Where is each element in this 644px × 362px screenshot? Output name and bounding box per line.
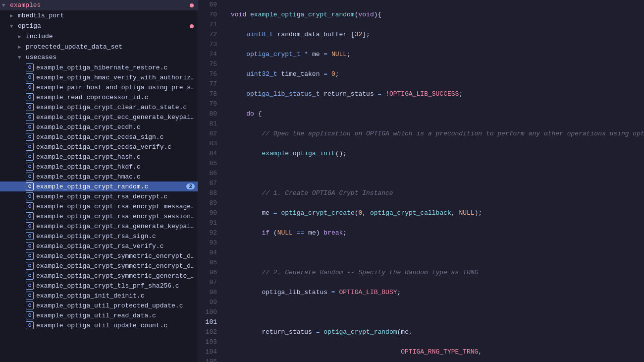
c-icon: C <box>26 173 34 181</box>
c-icon: C <box>26 83 34 91</box>
list-item[interactable]: Cexample_optiga_util_update_count.c <box>0 320 198 330</box>
file-label: example_pair_host_and_optiga_using_pre_s… <box>36 84 198 91</box>
file-label: example_optiga_init_deinit.c <box>36 292 144 300</box>
c-icon: C <box>26 163 34 171</box>
list-item[interactable]: Cexample_optiga_util_protected_update.c <box>0 301 198 310</box>
file-label: example_optiga_crypt_tls_prf_sha256.c <box>36 282 179 290</box>
sidebar-group-label: protected_update_data_set <box>26 43 122 51</box>
c-icon: C <box>26 73 34 81</box>
c-icon: C <box>26 321 34 329</box>
code-body[interactable]: void example_optiga_crypt_random(void){ … <box>223 0 644 362</box>
list-item[interactable]: Cexample_optiga_crypt_ecdsa_sign.c <box>0 132 198 142</box>
list-item[interactable]: Cexample_optiga_util_read_data.c <box>0 310 198 320</box>
file-label: example_optiga_hmac_verify_with_authoriz… <box>36 74 198 81</box>
c-icon: C <box>26 302 34 309</box>
sidebar-group-label: optiga <box>18 22 41 30</box>
sidebar-group-include[interactable]: ▶ include <box>0 31 198 42</box>
list-item[interactable]: Cexample_optiga_crypt_rsa_sign.c <box>0 231 198 241</box>
line-numbers: 69 70 71 72 73 74 75 76 77 78 79 80 81 8… <box>198 0 223 362</box>
list-item[interactable]: Cexample_optiga_crypt_rsa_decrypt.c <box>0 191 198 201</box>
list-item[interactable]: Cexample_optiga_crypt_rsa_encrypt_messag… <box>0 201 198 211</box>
c-icon: C <box>26 133 34 141</box>
sidebar-group-label: usecases <box>26 54 56 61</box>
change-badge: 2 <box>186 183 195 189</box>
sidebar-group-usecases[interactable]: ▼ usecases <box>0 52 198 62</box>
sidebar-group-examples[interactable]: ▼ examples <box>0 0 198 10</box>
c-icon: C <box>26 222 34 230</box>
list-item[interactable]: Cexample_optiga_crypt_clear_auto_state.c <box>0 102 198 112</box>
file-label: example_optiga_crypt_ecdh.c <box>36 123 141 131</box>
sidebar-group-mbedtls[interactable]: ▶ mbedtls_port <box>0 10 198 21</box>
c-icon: C <box>26 232 34 240</box>
file-label: example_optiga_crypt_symmetric_encrypt_d… <box>36 252 198 260</box>
file-label: example_optiga_util_protected_update.c <box>36 302 183 309</box>
c-icon: C <box>26 113 34 121</box>
c-icon: C <box>26 123 34 131</box>
code-editor: 69 70 71 72 73 74 75 76 77 78 79 80 81 8… <box>198 0 644 362</box>
arrow-icon: ▶ <box>18 44 26 50</box>
file-label: example_optiga_util_update_count.c <box>36 322 167 329</box>
file-label: example_optiga_crypt_hash.c <box>36 153 141 161</box>
file-label: example_optiga_crypt_rsa_encrypt_message… <box>36 203 198 210</box>
list-item[interactable]: Cexample_read_coprocessor_id.c <box>0 92 198 102</box>
list-item[interactable]: Cexample_optiga_crypt_hash.c <box>0 152 198 162</box>
list-item[interactable]: Cexample_optiga_crypt_rsa_generate_keypa… <box>0 221 198 231</box>
file-label: example_optiga_crypt_rsa_verify.c <box>36 242 163 250</box>
c-icon: C <box>26 272 34 280</box>
c-icon: C <box>26 143 34 151</box>
c-icon: C <box>26 153 34 161</box>
list-item[interactable]: Cexample_optiga_crypt_symmetric_encrypt_… <box>0 251 198 261</box>
list-item-active[interactable]: C example_optiga_crypt_random.c 2 <box>0 181 198 191</box>
list-item[interactable]: Cexample_optiga_crypt_rsa_verify.c <box>0 241 198 251</box>
c-icon: C <box>26 242 34 250</box>
list-item[interactable]: Cexample_optiga_crypt_rsa_encrypt_sessio… <box>0 211 198 221</box>
arrow-icon: ▶ <box>18 33 26 40</box>
dot-indicator <box>190 3 194 7</box>
file-label: example_optiga_crypt_hkdf.c <box>36 163 141 171</box>
arrow-icon: ▼ <box>18 55 26 60</box>
c-icon: C <box>26 262 34 270</box>
file-label: example_optiga_crypt_ecdsa_sign.c <box>36 133 163 141</box>
list-item[interactable]: Cexample_optiga_hibernate_restore.c <box>0 62 198 72</box>
sidebar-group-optiga[interactable]: ▼ optiga <box>0 21 198 31</box>
file-label: example_optiga_crypt_symmetric_encrypt_d… <box>36 262 198 270</box>
sidebar-group-protected[interactable]: ▶ protected_update_data_set <box>0 42 198 52</box>
file-explorer: ▼ examples ▶ mbedtls_port ▼ optiga ▶ inc… <box>0 0 198 362</box>
file-label: example_optiga_crypt_rsa_decrypt.c <box>36 193 167 200</box>
file-label: example_optiga_crypt_clear_auto_state.c <box>36 104 187 111</box>
c-icon: C <box>26 212 34 220</box>
file-label: example_optiga_crypt_symmetric_generate_… <box>36 272 198 280</box>
file-label: example_optiga_crypt_rsa_encrypt_session… <box>36 213 198 220</box>
list-item[interactable]: Cexample_optiga_crypt_tls_prf_sha256.c <box>0 281 198 291</box>
c-icon: C <box>26 311 34 319</box>
file-label: example_optiga_crypt_random.c <box>36 183 148 190</box>
list-item[interactable]: Cexample_optiga_crypt_hmac.c <box>0 172 198 181</box>
list-item[interactable]: Cexample_optiga_crypt_symmetric_encrypt_… <box>0 261 198 271</box>
c-icon: C <box>26 93 34 101</box>
list-item[interactable]: Cexample_optiga_crypt_symmetric_generate… <box>0 271 198 281</box>
file-label: example_optiga_crypt_ecc_generate_keypai… <box>36 114 198 121</box>
list-item[interactable]: Cexample_optiga_crypt_hkdf.c <box>0 162 198 172</box>
c-icon: C <box>26 63 34 71</box>
file-label: example_optiga_crypt_rsa_sign.c <box>36 233 156 240</box>
c-icon: C <box>26 252 34 260</box>
c-icon: C <box>26 202 34 210</box>
file-label: example_optiga_crypt_rsa_generate_keypai… <box>36 223 198 230</box>
arrow-icon: ▼ <box>2 2 10 8</box>
file-label: example_read_coprocessor_id.c <box>36 94 148 101</box>
list-item[interactable]: Cexample_optiga_crypt_ecc_generate_keypa… <box>0 112 198 122</box>
arrow-icon: ▼ <box>10 23 18 29</box>
sidebar-group-label: examples <box>10 1 41 9</box>
list-item[interactable]: Cexample_optiga_crypt_ecdh.c <box>0 122 198 132</box>
list-item[interactable]: Cexample_optiga_hmac_verify_with_authori… <box>0 72 198 82</box>
dot-indicator <box>190 24 194 28</box>
c-icon: C <box>26 182 34 190</box>
list-item[interactable]: Cexample_pair_host_and_optiga_using_pre_… <box>0 82 198 92</box>
c-icon: C <box>26 192 34 200</box>
list-item[interactable]: Cexample_optiga_init_deinit.c <box>0 291 198 301</box>
file-label: example_optiga_util_read_data.c <box>36 312 156 319</box>
sidebar-group-label: mbedtls_port <box>18 12 64 19</box>
file-label: example_optiga_hibernate_restore.c <box>36 64 167 71</box>
c-icon: C <box>26 282 34 290</box>
list-item[interactable]: Cexample_optiga_crypt_ecdsa_verify.c <box>0 142 198 152</box>
